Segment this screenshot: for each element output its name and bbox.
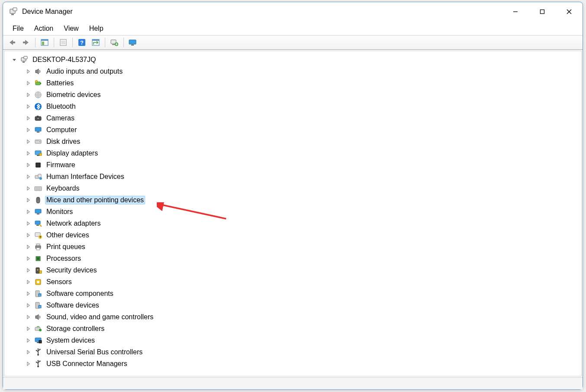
tree-category-node[interactable]: Computer (6, 124, 580, 136)
tree-category-node[interactable]: +Software devices (6, 299, 580, 311)
expand-icon[interactable] (25, 162, 31, 168)
tree-category-node[interactable]: Sound, video and game controllers (6, 311, 580, 323)
tree-category-node[interactable]: USB Connector Managers (6, 358, 580, 369)
expand-icon[interactable] (25, 127, 31, 133)
tree-category-label: Keyboards (45, 184, 81, 193)
toolbar-separator (54, 38, 54, 47)
svg-point-80 (37, 281, 39, 283)
usb-icon (34, 348, 42, 356)
tree-category-label: Network adapters (45, 219, 102, 228)
expand-icon[interactable] (25, 139, 31, 145)
expand-icon[interactable] (25, 361, 31, 367)
expand-icon[interactable] (25, 314, 31, 320)
sensor-icon (34, 278, 42, 286)
expand-icon[interactable] (25, 279, 31, 285)
tree-category-node[interactable]: Sensors (6, 276, 580, 288)
devices-printers-button[interactable] (126, 37, 139, 48)
expand-icon[interactable] (25, 150, 31, 156)
expand-icon[interactable] (25, 68, 31, 75)
close-button[interactable] (556, 2, 583, 21)
tree-category-node[interactable]: Human Interface Devices (6, 171, 580, 182)
svg-point-57 (39, 177, 42, 180)
software-icon: + (34, 301, 42, 310)
menu-file[interactable]: File (7, 23, 29, 34)
svg-point-94 (36, 350, 37, 351)
expand-icon[interactable] (25, 326, 31, 332)
svg-rect-73 (36, 248, 40, 250)
expand-icon[interactable] (25, 291, 31, 297)
expand-icon[interactable] (25, 244, 31, 250)
tree-root-node[interactable]: DESKTOP-4L537JQ (6, 54, 580, 65)
expand-icon[interactable] (25, 197, 31, 203)
properties-button[interactable] (57, 37, 70, 48)
tree-category-label: System devices (45, 336, 96, 345)
expand-icon[interactable] (25, 104, 31, 110)
tree-category-label: Software devices (45, 301, 100, 310)
expand-icon[interactable] (25, 302, 31, 308)
tree-category-node[interactable]: Biometric devices (6, 89, 580, 100)
show-hide-tree-button[interactable] (38, 37, 51, 48)
tree-category-node[interactable]: Firmware (6, 159, 580, 171)
expand-icon[interactable] (25, 267, 31, 273)
maximize-button[interactable] (529, 2, 556, 21)
svg-rect-99 (39, 360, 41, 362)
tree-category-node[interactable]: Security devices (6, 264, 580, 276)
menu-help[interactable]: Help (84, 23, 109, 34)
menu-bar: File Action View Help (3, 21, 583, 35)
svg-rect-26 (131, 45, 134, 45)
tree-category-node[interactable]: Monitors (6, 206, 580, 217)
expand-icon[interactable] (25, 92, 31, 98)
svg-text:+: + (39, 305, 41, 308)
menu-action[interactable]: Action (29, 23, 58, 34)
svg-text:?: ? (39, 236, 41, 239)
tree-category-label: Cameras (45, 114, 76, 123)
expand-icon[interactable] (25, 174, 31, 180)
add-legacy-button[interactable] (108, 37, 121, 48)
svg-point-34 (36, 93, 40, 97)
expand-icon[interactable] (25, 209, 31, 215)
expand-icon[interactable] (25, 80, 31, 86)
tree-category-node[interactable]: Network adapters (6, 217, 580, 229)
tree-category-label: Monitors (45, 207, 74, 216)
tree-category-node[interactable]: Print queues (6, 241, 580, 253)
tree-category-node[interactable]: Mice and other pointing devices (6, 194, 580, 206)
tree-category-node[interactable]: Display adapters (6, 147, 580, 159)
fingerprint-icon (34, 91, 42, 99)
tree-category-label: Sound, video and game controllers (45, 313, 155, 321)
tree-category-node[interactable]: Batteries (6, 77, 580, 89)
svg-rect-31 (40, 83, 41, 84)
expand-icon[interactable] (25, 185, 31, 191)
svg-point-98 (36, 361, 37, 363)
svg-rect-1 (13, 8, 17, 11)
device-tree-panel[interactable]: DESKTOP-4L537JQAudio inputs and outputsB… (4, 51, 582, 376)
expand-icon[interactable] (25, 115, 31, 121)
menu-view[interactable]: View (58, 23, 84, 34)
forward-button[interactable] (19, 37, 32, 48)
svg-rect-41 (37, 132, 39, 133)
tree-category-node[interactable]: Disk drives (6, 136, 580, 147)
tree-category-node[interactable]: Keyboards (6, 182, 580, 194)
expand-icon[interactable] (25, 232, 31, 238)
tree-category-node[interactable]: Cameras (6, 112, 580, 124)
status-bar (3, 377, 583, 389)
expand-icon[interactable] (25, 337, 31, 343)
tree-category-node[interactable]: Audio inputs and outputs (6, 65, 580, 77)
scan-hardware-button[interactable] (89, 37, 102, 48)
tree-category-node[interactable]: +Software components (6, 288, 580, 299)
tree-category-node[interactable]: System devices (6, 334, 580, 346)
tree-category-node[interactable]: Universal Serial Bus controllers (6, 346, 580, 358)
device-tree: DESKTOP-4L537JQAudio inputs and outputsB… (4, 51, 581, 374)
tree-category-node[interactable]: ?Other devices (6, 229, 580, 241)
expand-icon[interactable] (25, 220, 31, 227)
collapse-icon[interactable] (11, 57, 17, 63)
minimize-button[interactable] (502, 2, 529, 21)
expand-icon[interactable] (25, 349, 31, 355)
svg-rect-46 (37, 155, 39, 156)
help-button[interactable]: ? (75, 37, 88, 48)
tree-category-node[interactable]: Bluetooth (6, 100, 580, 112)
back-button[interactable] (6, 37, 19, 48)
tree-category-node[interactable]: Processors (6, 253, 580, 264)
tree-category-node[interactable]: Storage controllers (6, 323, 580, 334)
expand-icon[interactable] (25, 256, 31, 262)
security-icon (34, 266, 42, 275)
